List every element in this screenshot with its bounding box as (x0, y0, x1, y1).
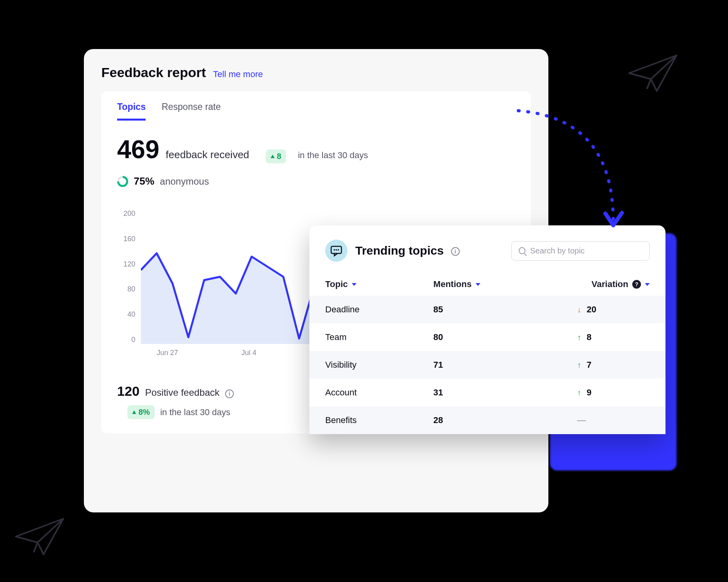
table-header: Topic Mentions Variation ? (309, 273, 665, 296)
table-row[interactable]: Deadline85↓20 (309, 296, 665, 323)
period-text: in the last 30 days (298, 150, 368, 161)
positive-delta-value: 8% (138, 408, 150, 417)
arrow-up-icon: ↑ (577, 361, 581, 370)
table-row[interactable]: Benefits28— (309, 406, 665, 434)
svg-point-1 (334, 249, 335, 251)
column-variation[interactable]: Variation ? (542, 279, 650, 289)
trending-topics-card: Trending topics i Topic Mentions Variati… (309, 225, 665, 434)
table-row[interactable]: Account31↑9 (309, 379, 665, 406)
y-axis: 200 160 120 80 40 0 (117, 210, 135, 344)
anonymous-percent: 75% (134, 175, 154, 187)
tell-me-more-link[interactable]: Tell me more (213, 69, 263, 79)
x-tick: Jul 4 (241, 349, 256, 357)
table-body: Deadline85↓20Team80↑8Visibility71↑7Accou… (309, 296, 665, 434)
x-tick: Jun 27 (157, 349, 178, 357)
trending-title: Trending topics (355, 244, 444, 257)
table-row[interactable]: Visibility71↑7 (309, 351, 665, 379)
cell-topic: Visibility (325, 360, 433, 370)
anonymous-progress-icon (117, 176, 128, 187)
column-topic[interactable]: Topic (325, 279, 433, 289)
tabs: Topics Response rate (117, 91, 515, 121)
cell-topic: Deadline (325, 304, 433, 315)
y-tick: 200 (117, 210, 135, 218)
delta-value: 8 (277, 152, 281, 161)
positive-delta-badge: 8% (127, 405, 155, 419)
sort-caret-icon (645, 283, 650, 286)
arrow-up-icon: ↑ (577, 388, 581, 397)
dotted-arrow-icon (510, 103, 637, 237)
y-tick: 0 (117, 336, 135, 344)
search-box[interactable] (511, 241, 650, 261)
tab-topics[interactable]: Topics (117, 102, 146, 121)
arrow-up-icon: ↑ (577, 333, 581, 342)
positive-label: Positive feedback (145, 387, 220, 398)
table-row[interactable]: Team80↑8 (309, 323, 665, 351)
y-tick: 80 (117, 285, 135, 293)
page-title: Feedback report (101, 65, 206, 80)
y-tick: 40 (117, 310, 135, 319)
search-input[interactable] (530, 246, 642, 255)
y-tick: 120 (117, 260, 135, 268)
paper-plane-icon (12, 515, 67, 558)
cell-mentions: 31 (433, 387, 541, 398)
cell-mentions: 28 (433, 415, 541, 425)
cell-variation: ↑9 (542, 387, 650, 398)
total-feedback-label: feedback received (166, 149, 249, 161)
chat-bubble-icon (325, 240, 347, 262)
cell-variation: ↑7 (542, 360, 650, 370)
cell-variation: ↓20 (542, 304, 650, 315)
delta-badge: 8 (266, 149, 286, 163)
total-feedback-count: 469 (117, 135, 159, 164)
info-icon[interactable]: i (225, 389, 234, 398)
positive-count: 120 (117, 384, 140, 399)
positive-period: in the last 30 days (160, 407, 230, 418)
search-icon (519, 247, 525, 254)
anonymous-label: anonymous (160, 176, 209, 187)
cell-topic: Account (325, 387, 433, 398)
cell-mentions: 80 (433, 332, 541, 342)
dash-icon: — (577, 415, 586, 425)
svg-point-2 (336, 249, 337, 251)
tab-response-rate[interactable]: Response rate (161, 102, 221, 121)
paper-plane-icon (625, 51, 681, 95)
cell-mentions: 71 (433, 360, 541, 370)
info-icon[interactable]: i (451, 247, 460, 256)
cell-topic: Team (325, 332, 433, 342)
y-tick: 160 (117, 235, 135, 243)
cell-variation: — (542, 415, 650, 425)
sort-caret-icon (352, 283, 356, 286)
arrow-down-icon: ↓ (577, 305, 581, 314)
cell-topic: Benefits (325, 415, 433, 425)
arrow-up-icon (271, 155, 275, 158)
sort-caret-icon (476, 283, 480, 286)
svg-point-3 (337, 249, 339, 251)
cell-mentions: 85 (433, 304, 541, 315)
arrow-up-icon (132, 410, 136, 414)
column-mentions[interactable]: Mentions (433, 279, 541, 289)
help-icon[interactable]: ? (632, 280, 641, 289)
cell-variation: ↑8 (542, 332, 650, 342)
